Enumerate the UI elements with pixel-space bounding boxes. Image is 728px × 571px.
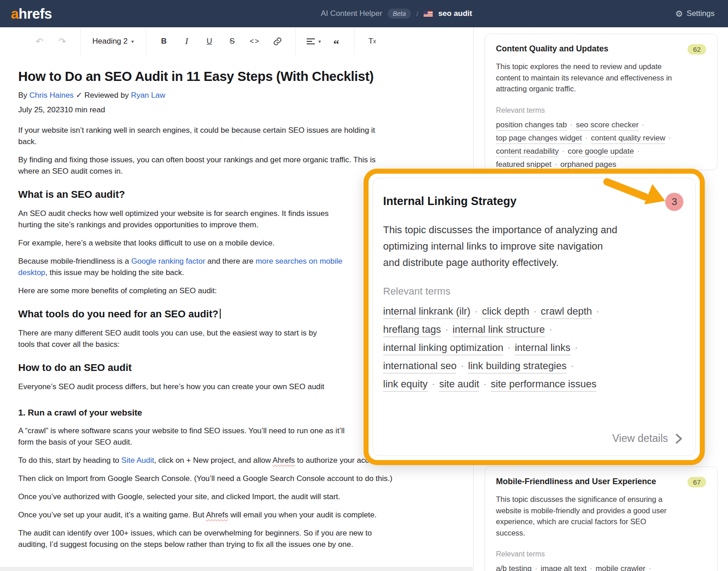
topic-card-header: Content Quality and Updates 62 [496, 44, 706, 55]
relevant-terms-label: Relevant terms [383, 286, 683, 297]
topic-description: This topic discusses the significance of… [496, 494, 706, 538]
term-separator: · [637, 147, 640, 155]
toolbar-divider [146, 28, 146, 55]
topic-card-title: Mobile-Friendliness and User Experience [496, 477, 656, 486]
term-separator: · [649, 564, 652, 571]
term-row: position changes tab·seo score checker· [496, 120, 706, 130]
project-name[interactable]: seo audit [438, 9, 472, 18]
view-details-label: View details [612, 432, 668, 445]
top-navigation-bar: ahrefs AI Content Helper Beta / seo audi… [0, 0, 728, 27]
inline-link[interactable]: Chris Haines [30, 91, 74, 100]
relevant-terms-list: position changes tab·seo score checker·t… [496, 120, 706, 169]
breadcrumb-separator: / [416, 10, 418, 18]
relevant-term[interactable]: link equity [383, 378, 428, 392]
text-run: Here are some more benefits of completin… [18, 286, 217, 295]
article-byline: By Chris Haines ✓ Reviewed by Ryan Law [18, 90, 446, 100]
topic-description: This topic explores the need to review a… [496, 61, 706, 95]
view-details-button[interactable]: View details [612, 432, 682, 445]
term-separator: · [460, 360, 464, 371]
inline-link[interactable]: Ryan Law [131, 91, 166, 100]
text-cursor [220, 309, 221, 319]
text-run: Everyone’s SEO audit process differs, bu… [18, 382, 324, 391]
strikethrough-button[interactable]: S [221, 37, 243, 46]
relevant-terms-list: a/b testing·image alt text·mobile crawle… [496, 564, 706, 571]
inline-link[interactable]: desktop [18, 268, 46, 277]
relevant-term[interactable]: site performance issues [491, 378, 597, 392]
relevant-term[interactable]: mobile crawler [596, 564, 646, 571]
text-run: How to do an SEO audit [18, 362, 131, 373]
clear-format-x: x [373, 38, 376, 45]
term-separator: · [549, 324, 552, 335]
link-button[interactable] [266, 37, 289, 46]
code-button[interactable]: <> [243, 37, 266, 45]
relevant-term[interactable]: content readability [496, 147, 559, 157]
article-p: Then click on Import from Google Search … [18, 473, 446, 484]
toolbar-divider [354, 28, 354, 55]
horizontal-scrollbar[interactable] [0, 567, 473, 571]
term-separator: · [571, 360, 574, 371]
term-row: internal linking optimization·internal l… [383, 342, 683, 354]
relevant-term[interactable]: core google update [568, 147, 634, 157]
text-run: where an SEO audit comes in. [18, 167, 123, 175]
redo-button[interactable]: ↷ [51, 36, 74, 47]
relevant-term[interactable]: internal links [515, 342, 570, 356]
relevant-term[interactable]: crawl depth [541, 306, 592, 319]
highlighted-topic-card[interactable]: Internal Linking Strategy 3 This topic d… [364, 169, 705, 465]
text-run: Then click on Import from Google Search … [18, 474, 392, 483]
article-p: Once you’ve authorized with Google, sele… [18, 491, 446, 502]
gear-icon: ⚙ [675, 9, 683, 19]
text-run: For example, here’s a website that looks… [18, 239, 275, 247]
relevant-term[interactable]: top page changes widget [496, 134, 582, 144]
term-row: featured snippet·orphaned pages [496, 160, 706, 169]
relevant-term[interactable]: internal linking optimization [383, 342, 503, 356]
topic-card[interactable]: Content Quality and Updates 62 This topi… [485, 34, 718, 170]
toolbar-divider [80, 28, 81, 55]
relevant-term[interactable]: a/b testing [496, 564, 531, 571]
relevant-term[interactable]: site audit [439, 378, 479, 392]
inline-link[interactable]: Google ranking factor [131, 257, 206, 265]
term-separator: · [507, 342, 511, 353]
clear-formatting-button[interactable]: Tx [361, 37, 384, 46]
relevant-term[interactable]: click depth [482, 306, 529, 319]
us-flag-icon [424, 11, 433, 17]
text-run: Once you’ve authorized with Google, sele… [18, 492, 340, 501]
undo-button[interactable]: ↶ [28, 36, 51, 47]
ahrefs-logo[interactable]: ahrefs [11, 6, 52, 22]
highlighted-card-title: Internal Linking Strategy [383, 195, 516, 208]
text-run: Because mobile-friendliness is a [18, 257, 131, 265]
align-dropdown-button[interactable]: ▾ [302, 38, 325, 45]
relevant-term[interactable]: internal link structure [453, 324, 545, 337]
settings-button[interactable]: ⚙ Settings [675, 0, 714, 27]
relevant-term[interactable]: internal linkrank (ilr) [383, 306, 470, 319]
inline-link[interactable]: more searches on mobile [256, 257, 343, 265]
heading-style-label: Heading 2 [92, 37, 128, 46]
term-separator: · [432, 378, 435, 390]
bold-button[interactable]: B [152, 37, 175, 46]
app-title: AI Content Helper [321, 9, 382, 18]
beta-badge: Beta [388, 9, 411, 19]
article-p: If your website isn’t ranking well in se… [18, 125, 446, 147]
topic-card-title: Content Quality and Updates [496, 44, 608, 54]
term-separator: · [445, 324, 448, 335]
relevant-term[interactable]: seo score checker [576, 120, 639, 131]
underline-button[interactable]: U [198, 37, 221, 46]
text-run: back. [18, 137, 37, 146]
annotation-arrow-icon [602, 177, 679, 210]
inline-link[interactable]: Site Audit [121, 456, 154, 465]
relevant-term[interactable]: hreflang tags [383, 324, 441, 337]
term-separator: · [596, 306, 599, 317]
heading-style-dropdown[interactable]: Heading 2 ▾ [87, 37, 139, 46]
relevant-term[interactable]: international seo [383, 360, 456, 374]
blockquote-button[interactable]: “ [325, 36, 348, 46]
article-h1: How to Do an SEO Audit in 11 Easy Steps … [18, 69, 446, 84]
relevant-term[interactable]: content quality review [591, 134, 665, 144]
italic-button[interactable]: I [175, 36, 198, 46]
relevant-terms-label: Relevant terms [496, 550, 706, 558]
relevant-term[interactable]: position changes tab [496, 120, 567, 131]
relevant-term[interactable]: link building strategies [468, 360, 566, 374]
topic-card[interactable]: Mobile-Friendliness and User Experience … [485, 466, 718, 571]
chevron-right-icon [675, 433, 682, 445]
text-run: and there are [205, 257, 256, 265]
relevant-term[interactable]: image alt text [541, 564, 586, 571]
text-run: How to Do an SEO Audit in 11 Easy Steps … [18, 69, 374, 84]
